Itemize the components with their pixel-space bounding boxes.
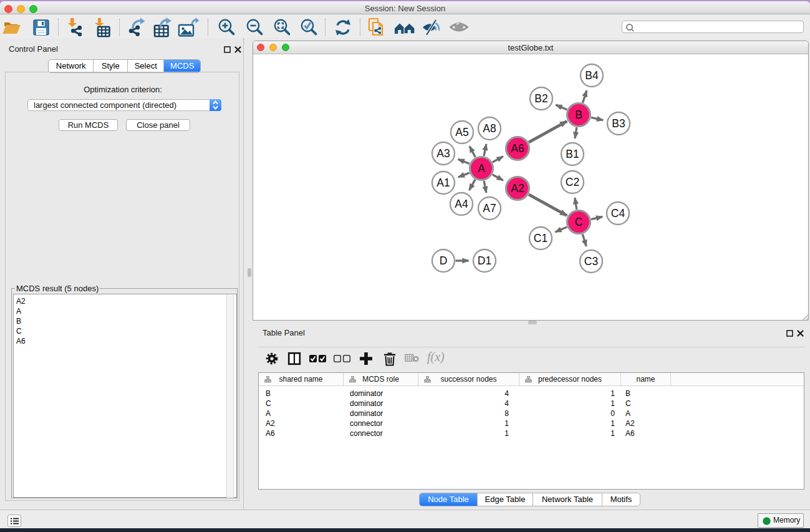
svg-text:C4: C4 <box>611 207 625 220</box>
svg-text:A4: A4 <box>455 198 468 210</box>
svg-text:B2: B2 <box>534 92 547 105</box>
svg-text:A: A <box>478 162 485 175</box>
svg-text:C1: C1 <box>534 232 547 244</box>
svg-text:B: B <box>575 109 582 121</box>
svg-text:A7: A7 <box>483 202 496 215</box>
svg-text:A1: A1 <box>436 177 450 189</box>
svg-text:A2: A2 <box>511 182 524 195</box>
svg-text:B4: B4 <box>585 69 599 82</box>
svg-text:B1: B1 <box>566 148 579 160</box>
svg-text:C: C <box>575 216 583 228</box>
svg-text:A8: A8 <box>483 122 496 135</box>
svg-text:B3: B3 <box>612 117 625 130</box>
svg-text:C2: C2 <box>566 176 579 188</box>
svg-text:D1: D1 <box>478 254 491 267</box>
svg-text:A5: A5 <box>455 126 468 138</box>
svg-text:C3: C3 <box>584 255 598 268</box>
svg-text:A6: A6 <box>511 142 524 155</box>
svg-text:D: D <box>440 254 448 267</box>
svg-text:A3: A3 <box>436 147 450 160</box>
